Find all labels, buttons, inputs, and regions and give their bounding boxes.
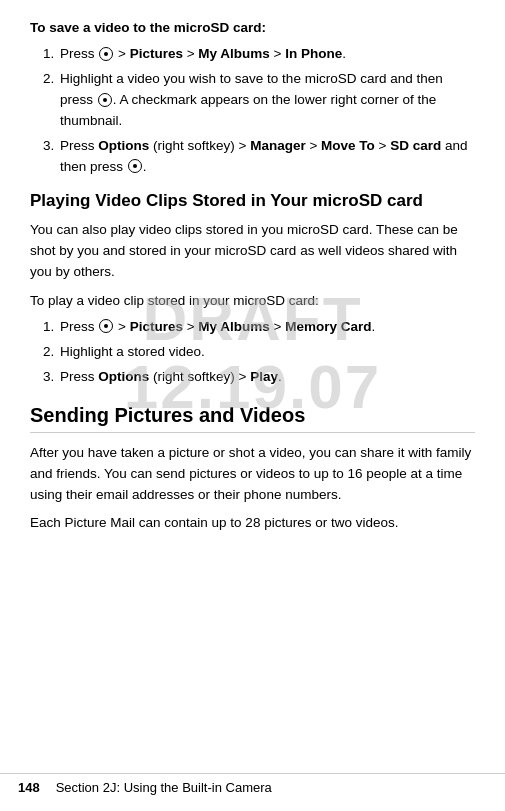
nav-memorycard: Memory Card <box>285 319 371 334</box>
nav-myalbums-2: My Albums <box>198 319 270 334</box>
nav-options-2: Options <box>98 369 149 384</box>
nav-sdcard: SD card <box>390 138 441 153</box>
section2-para2: Each Picture Mail can contain up to 28 p… <box>30 513 475 534</box>
save-step-3: Press Options (right softkey) > Manager … <box>58 136 475 178</box>
nav-manager: Manager <box>250 138 306 153</box>
nav-icon-4 <box>99 319 113 333</box>
save-step-2: Highlight a video you wish to save to th… <box>58 69 475 132</box>
section2-para1: After you have taken a picture or shot a… <box>30 443 475 506</box>
nav-options-1: Options <box>98 138 149 153</box>
section1-para1: You can also play video clips stored in … <box>30 220 475 283</box>
nav-icon-2 <box>98 93 112 107</box>
save-intro-label: To save a video to the microSD card: <box>30 18 475 38</box>
footer-section-text: Section 2J: Using the Built-in Camera <box>56 780 272 795</box>
save-step-1: Press > Pictures > My Albums > In Phone. <box>58 44 475 65</box>
nav-icon-3 <box>128 159 142 173</box>
nav-pictures-2: Pictures <box>130 319 183 334</box>
nav-play: Play <box>250 369 278 384</box>
play-step-2: Highlight a stored video. <box>58 342 475 363</box>
page-footer: 148 Section 2J: Using the Built-in Camer… <box>0 773 505 795</box>
nav-inphone: In Phone <box>285 46 342 61</box>
nav-myalbums-1: My Albums <box>198 46 270 61</box>
play-intro-label: To play a video clip stored in your micr… <box>30 291 475 311</box>
play-step-1: Press > Pictures > My Albums > Memory Ca… <box>58 317 475 338</box>
nav-icon-1 <box>99 47 113 61</box>
footer-page-number: 148 <box>18 780 40 795</box>
save-steps-list: Press > Pictures > My Albums > In Phone.… <box>58 44 475 178</box>
section1-heading: Playing Video Clips Stored in Your micro… <box>30 190 475 212</box>
play-step-3: Press Options (right softkey) > Play. <box>58 367 475 388</box>
main-content: To save a video to the microSD card: Pre… <box>30 18 475 534</box>
nav-moveto: Move To <box>321 138 375 153</box>
play-steps-list: Press > Pictures > My Albums > Memory Ca… <box>58 317 475 388</box>
section2-heading: Sending Pictures and Videos <box>30 402 475 433</box>
nav-pictures-1: Pictures <box>130 46 183 61</box>
